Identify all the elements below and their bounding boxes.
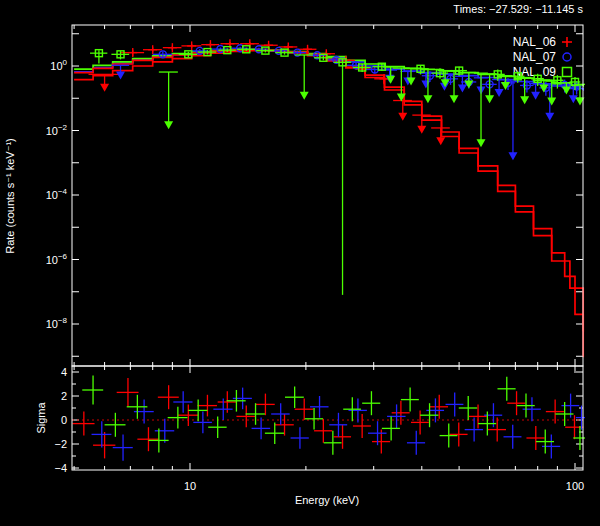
residual-points [72, 376, 587, 461]
down-arrow-icon [386, 76, 395, 84]
y-tick-label: 10−2 [46, 123, 68, 137]
model-step-lines [74, 50, 583, 357]
y-tick-label: 10−8 [46, 316, 68, 330]
legend-markers [562, 37, 572, 77]
y-tick-label: 10−4 [46, 187, 68, 201]
model-line-nal_06_alt [74, 51, 583, 332]
down-arrow-icon [116, 72, 125, 80]
axis-tick-labels: 10010−210−410−610−8−4−2024 [46, 58, 68, 474]
y-tick-label: 100 [50, 58, 67, 72]
spectrum-data-points [89, 39, 586, 295]
legend-circle-icon [563, 53, 571, 61]
down-arrow-icon [495, 89, 504, 97]
down-arrow-icon [398, 113, 407, 121]
sigma-tick-label: −4 [54, 462, 67, 474]
spectrum-plot-canvas: Times: −27.529: −11.145 s NAL_06 NAL_07 … [0, 0, 600, 526]
model-line-nal_06 [74, 50, 583, 357]
y-tick-label: 10−6 [46, 252, 68, 266]
down-arrow-icon [508, 152, 517, 160]
down-arrow-icon [477, 139, 486, 147]
down-arrow-icon [531, 92, 540, 100]
down-arrow-icon [520, 96, 529, 104]
down-arrow-icon [436, 137, 445, 145]
residual-series-nal_09 [82, 376, 586, 455]
down-arrow-icon [417, 126, 426, 134]
sigma-tick-label: 2 [61, 390, 67, 402]
plot-title: Times: −27.529: −11.145 s [453, 3, 583, 15]
down-arrow-icon [458, 85, 467, 93]
down-arrow-icon [450, 95, 459, 103]
down-arrow-icon [100, 84, 109, 92]
x-tick-label-100: 100 [566, 480, 584, 492]
bottom-y-axis-label: Sigma [35, 402, 47, 434]
x-tick-label-10: 10 [184, 480, 196, 492]
top-y-axis-label: Rate (counts s⁻¹ keV⁻¹) [4, 138, 16, 254]
down-arrow-icon [545, 113, 554, 121]
sigma-tick-label: −2 [54, 438, 67, 450]
down-arrow-icon [562, 87, 571, 95]
x-axis-label: Energy (keV) [295, 494, 359, 506]
down-arrow-icon [485, 95, 494, 103]
down-arrow-icon [547, 97, 556, 105]
down-arrow-icon [300, 92, 309, 100]
legend-square-icon [563, 68, 572, 77]
data-series-nal_06 [89, 39, 450, 145]
down-arrow-icon [421, 81, 430, 89]
sigma-tick-label: 0 [61, 414, 67, 426]
legend-label-nal07: NAL_07 [513, 50, 557, 64]
legend-label-nal06: NAL_06 [513, 35, 557, 49]
down-arrow-icon [164, 121, 173, 129]
xspec-plot-window: Times: −27.529: −11.145 s NAL_06 NAL_07 … [0, 0, 600, 526]
sigma-tick-label: 4 [61, 366, 67, 378]
down-arrow-icon [569, 95, 578, 103]
down-arrow-icon [423, 95, 432, 103]
residual-series-nal_07 [92, 388, 588, 461]
axis-ticks [72, 25, 583, 470]
